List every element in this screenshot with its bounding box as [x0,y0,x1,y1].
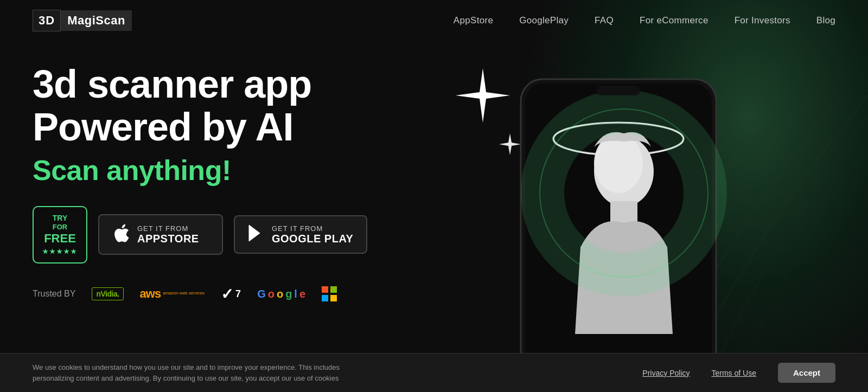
nvidia-logo: nVidia. [92,287,123,300]
sparkle-large [456,68,510,136]
nav-links: AppStore GooglePlay FAQ For eCommerce Fo… [454,15,835,26]
hero-title: 3d scanner app Powered by AI [33,63,412,149]
play-icon [248,224,264,245]
logo[interactable]: 3D MagiScan [33,10,132,31]
apple-icon [112,223,130,246]
svg-rect-17 [597,86,640,95]
nav-appstore[interactable]: AppStore [454,15,493,25]
googleplay-button[interactable]: GET IT FROM GOOGLE PLAY [234,215,367,254]
appstore-text: GET IT FROM APPSTORE [137,224,199,245]
privacy-policy-link[interactable]: Privacy Policy [642,369,690,377]
accept-button[interactable]: Accept [778,363,835,383]
nav-investors[interactable]: For Investors [735,15,790,25]
nav-faq[interactable]: FAQ [595,15,614,25]
phone-mockup: 25 / 45 ? [510,74,738,392]
googleplay-text: GET IT FROM GOOGLE PLAY [272,224,353,245]
aws-logo: aws amazon web services [140,287,205,301]
microsoft-logo [322,286,337,301]
trusted-label: Trusted BY [33,289,75,299]
cookie-bar: We use cookies to understand how you use… [0,353,868,392]
nav-googleplay[interactable]: GooglePlay [519,15,569,25]
cookie-links: Privacy Policy Terms of Use Accept [642,363,835,383]
svg-rect-6 [610,201,637,223]
terms-of-use-link[interactable]: Terms of Use [712,369,756,377]
google-logo: Google [257,288,305,300]
buttons-row: TRY FOR FREE ★★★★★ GET IT FROM APPSTORE [33,206,412,263]
hero-left: 3d scanner app Powered by AI Scan anythi… [33,52,412,390]
nav-blog[interactable]: Blog [816,15,835,25]
v7-logo: ✓ 7 [221,285,241,303]
sparkle-small [499,133,521,163]
navbar: 3D MagiScan AppStore GooglePlay FAQ For … [0,0,868,41]
logo-3d: 3D [33,10,61,31]
hero-right: 25 / 45 ? [412,52,835,390]
trusted-row: Trusted BY nVidia. aws amazon web servic… [33,285,412,303]
hero-subtitle: Scan anything! [33,154,412,187]
nav-ecommerce[interactable]: For eCommerce [640,15,709,25]
cookie-text: We use cookies to understand how you use… [33,362,358,383]
hero-section: 3d scanner app Powered by AI Scan anythi… [0,41,868,390]
appstore-button[interactable]: GET IT FROM APPSTORE [98,214,223,255]
try-free-badge: TRY FOR FREE ★★★★★ [33,206,87,263]
logo-magiscan: MagiScan [61,10,132,31]
